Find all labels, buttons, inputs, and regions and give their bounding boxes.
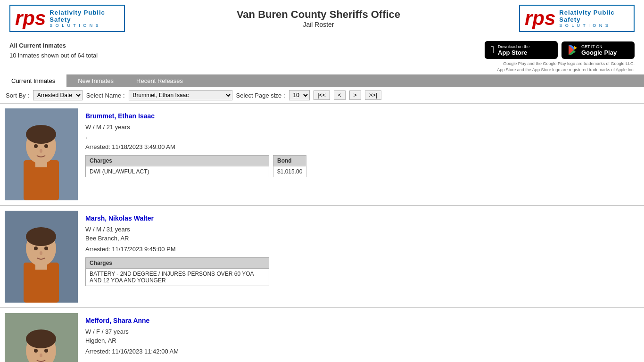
logo-tagline2-right: s o l u t i o n s [559,23,629,28]
page-size-label: Select Page size : [236,92,285,99]
app-download-area:  Download on the App Store GET IT ON Go… [485,41,635,73]
header-right: rps Relativity Public Safety s o l u t i… [512,5,635,32]
sort-by-select[interactable]: Arrested Date [33,90,83,100]
app-store-button[interactable]:  Download on the App Store [485,41,558,59]
trademark-text: Google Play and the Google Play logo are… [497,61,635,73]
svg-point-22 [44,349,48,353]
charges-table: ChargesBATTERY - 2ND DEGREE / INJURES PE… [85,257,269,286]
inmate-address: Higden, AR [85,337,632,344]
app-store-name: App Store [498,49,530,56]
sort-by-label: Sort By : [6,92,29,99]
inmate-demographics: W / F / 37 years [85,328,632,335]
inmate-demographics: W / M / 31 years [85,226,632,233]
page-subtitle: Jail Roster [125,21,512,28]
nav-first-button[interactable]: |<< [314,90,330,100]
inmate-info: Marsh, Nikolas WalterW / M / 31 yearsBee… [78,211,639,303]
tab-bar: Current Inmates New Inmates Recent Relea… [0,74,644,87]
svg-point-13 [34,247,38,250]
charges-table: ChargesDWI (UNLAWFUL ACT) [85,155,269,177]
inmate-name[interactable]: Marsh, Nikolas Walter [85,214,632,222]
charges-header: Charges [86,258,269,269]
svg-point-6 [44,144,48,148]
inmate-name[interactable]: Mefford, Shara Anne [85,317,632,324]
inmate-row: Mefford, Shara AnneW / F / 37 yearsHigde… [0,308,644,362]
app-store-text: Download on the App Store [498,44,530,56]
nav-prev-button[interactable]: < [334,90,346,100]
app-buttons:  Download on the App Store GET IT ON Go… [485,41,635,59]
logo-rps-text-right: rps [525,8,555,28]
svg-rect-4 [35,160,47,167]
inmates-count-info: All Current Inmates 10 inmates shown out… [9,41,98,61]
select-name-dropdown[interactable]: Brummet, Ethan Isaac [129,90,232,100]
svg-point-3 [26,125,56,144]
inmate-info: Brummet, Ethan IsaacW / M / 21 years,Arr… [78,108,639,200]
tab-current-inmates[interactable]: Current Inmates [0,74,66,87]
nav-next-button[interactable]: > [349,90,361,100]
charges-header: Charges [86,156,269,166]
controls-bar: Sort By : Arrested Date Select Name : Br… [0,87,644,104]
page-title: Van Buren County Sheriffs Office [125,8,512,21]
svg-point-15 [40,251,42,255]
inmate-photo [5,313,78,362]
inmate-address: , [85,132,632,140]
charge-cell: BATTERY - 2ND DEGREE / INJURES PERSONS O… [86,269,269,286]
tab-new-inmates[interactable]: New Inmates [66,74,125,87]
inmate-address: Bee Branch, AR [85,235,632,242]
logo-tagline1-right: Relativity Public Safety [559,9,629,23]
apple-icon:  [490,44,494,56]
svg-rect-12 [35,263,47,270]
svg-point-7 [40,149,42,153]
charge-cell: DWI (UNLAWFUL ACT) [86,166,269,177]
inmate-arrested: Arrested: 11/17/2023 9:45:00 PM [85,246,632,253]
svg-point-23 [40,354,42,357]
svg-point-21 [34,349,38,353]
inmate-name[interactable]: Brummet, Ethan Isaac [85,112,632,120]
logo-tagline2: s o l u t i o n s [50,23,119,28]
svg-point-19 [26,329,56,348]
logo-right-text-right: Relativity Public Safety s o l u t i o n… [559,9,629,28]
page-size-select[interactable]: 10 [289,90,310,100]
svg-point-14 [44,247,48,250]
inmate-list: Brummet, Ethan IsaacW / M / 21 years,Arr… [0,104,644,362]
inmate-arrested: Arrested: 11/16/2023 11:42:00 AM [85,348,632,355]
google-play-icon [567,44,578,56]
charges-bond-row: ChargesBATTERY - 2ND DEGREE / INJURES PE… [85,257,632,286]
svg-point-5 [34,144,38,148]
inmate-demographics: W / M / 21 years [85,123,632,131]
bond-table: Bond$1,015.00 [273,155,306,177]
download-on-label: Download on the [498,44,530,49]
logo-left: rps Relativity Public Safety s o l u t i… [9,5,125,32]
logo-right-text: Relativity Public Safety s o l u t i o n… [50,9,119,28]
logo-rps-text: rps [15,8,46,28]
nav-last-button[interactable]: >>| [365,90,381,100]
inmate-photo [5,108,78,200]
google-play-button[interactable]: GET IT ON Google Play [561,41,635,59]
google-play-text: GET IT ON Google Play [581,44,617,56]
select-name-label: Select Name : [86,92,125,99]
page-header: rps Relativity Public Safety s o l u t i… [0,0,644,37]
all-current-inmates-label: All Current Inmates [9,41,98,51]
inmate-row: Brummet, Ethan IsaacW / M / 21 years,Arr… [0,104,644,206]
inmate-photo [5,211,78,303]
logo-tagline1: Relativity Public Safety [50,9,119,23]
get-it-on-label: GET IT ON [581,44,617,49]
charges-bond-row: ChargesDWI (UNLAWFUL ACT)Bond$1,015.00 [85,155,632,177]
svg-point-11 [26,227,56,246]
bond-amount: $1,015.00 [273,166,306,177]
subheader: All Current Inmates 10 inmates shown out… [0,37,644,74]
logo-right: rps Relativity Public Safety s o l u t i… [519,5,635,32]
tab-recent-releases[interactable]: Recent Releases [125,74,194,87]
inmate-arrested: Arrested: 11/18/2023 3:49:00 AM [85,143,632,150]
inmate-row: Marsh, Nikolas WalterW / M / 31 yearsBee… [0,206,644,308]
bond-header: Bond [273,156,306,166]
page-title-block: Van Buren County Sheriffs Office Jail Ro… [125,8,512,28]
google-play-name: Google Play [581,49,617,56]
inmate-info: Mefford, Shara AnneW / F / 37 yearsHigde… [78,313,639,362]
inmates-count: 10 inmates shown out of 64 total [9,51,98,61]
